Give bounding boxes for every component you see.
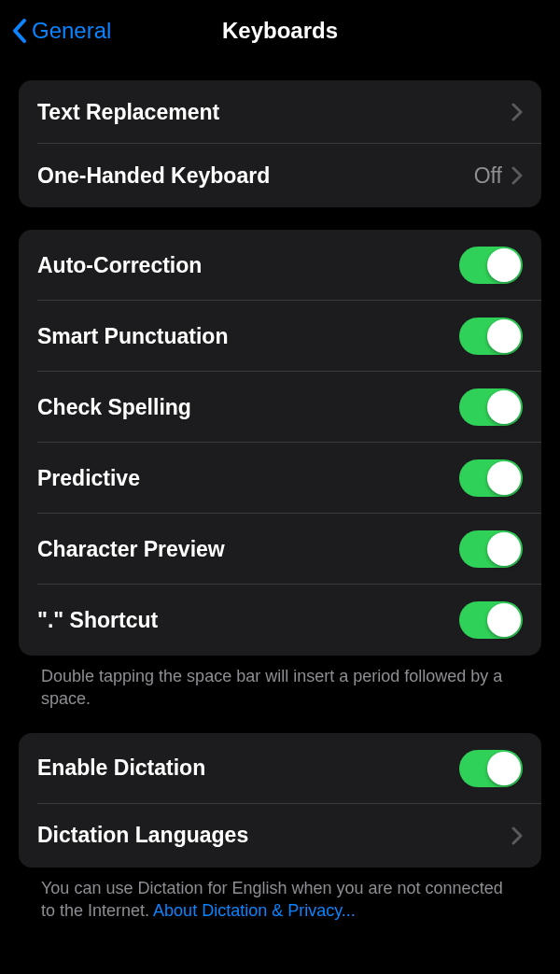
page-title: Keyboards — [222, 18, 338, 44]
check-spelling-toggle[interactable] — [459, 388, 523, 426]
nav-header: General Keyboards — [0, 0, 560, 62]
predictive-toggle[interactable] — [459, 459, 523, 497]
auto-correction-label: Auto-Correction — [37, 253, 202, 278]
row-period-shortcut: "." Shortcut — [19, 585, 541, 656]
chevron-right-icon — [511, 166, 523, 185]
section-keyboard-options: Text Replacement One-Handed Keyboard Off — [19, 80, 541, 207]
row-character-preview: Character Preview — [19, 514, 541, 585]
back-button[interactable]: General — [11, 18, 111, 44]
dictation-languages-label: Dictation Languages — [37, 823, 248, 848]
dictation-privacy-link[interactable]: About Dictation & Privacy... — [153, 901, 356, 920]
row-text-replacement[interactable]: Text Replacement — [19, 80, 541, 144]
one-handed-value: Off — [474, 163, 502, 189]
section-typing-options: Auto-Correction Smart Punctuation Check … — [19, 230, 541, 656]
back-label: General — [32, 18, 111, 44]
enable-dictation-toggle[interactable] — [459, 750, 523, 787]
text-replacement-label: Text Replacement — [37, 100, 219, 125]
row-enable-dictation: Enable Dictation — [19, 733, 541, 804]
row-smart-punctuation: Smart Punctuation — [19, 301, 541, 372]
row-auto-correction: Auto-Correction — [19, 230, 541, 301]
dictation-section-footer: You can use Dictation for English when y… — [19, 868, 541, 923]
chevron-right-icon — [511, 103, 523, 121]
row-predictive: Predictive — [19, 443, 541, 514]
character-preview-label: Character Preview — [37, 537, 225, 562]
row-one-handed-keyboard[interactable]: One-Handed Keyboard Off — [19, 144, 541, 207]
predictive-label: Predictive — [37, 466, 140, 491]
content-area: Text Replacement One-Handed Keyboard Off — [0, 80, 560, 922]
check-spelling-label: Check Spelling — [37, 395, 191, 420]
period-shortcut-label: "." Shortcut — [37, 608, 158, 633]
chevron-left-icon — [11, 18, 28, 44]
auto-correction-toggle[interactable] — [459, 247, 523, 284]
row-dictation-languages[interactable]: Dictation Languages — [19, 804, 541, 868]
character-preview-toggle[interactable] — [459, 530, 523, 568]
smart-punctuation-label: Smart Punctuation — [37, 324, 228, 349]
chevron-right-icon — [511, 826, 523, 845]
period-shortcut-toggle[interactable] — [459, 601, 523, 639]
typing-section-footer: Double tapping the space bar will insert… — [19, 656, 541, 711]
row-check-spelling: Check Spelling — [19, 372, 541, 443]
smart-punctuation-toggle[interactable] — [459, 318, 523, 355]
one-handed-label: One-Handed Keyboard — [37, 163, 270, 189]
enable-dictation-label: Enable Dictation — [37, 755, 205, 781]
section-dictation: Enable Dictation Dictation Languages — [19, 733, 541, 868]
